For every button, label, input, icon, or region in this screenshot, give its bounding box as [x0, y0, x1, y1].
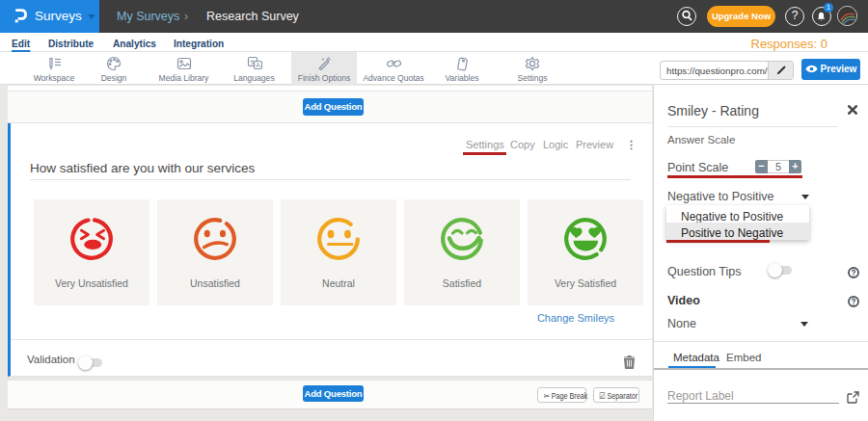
svg-text:A: A [256, 62, 260, 68]
